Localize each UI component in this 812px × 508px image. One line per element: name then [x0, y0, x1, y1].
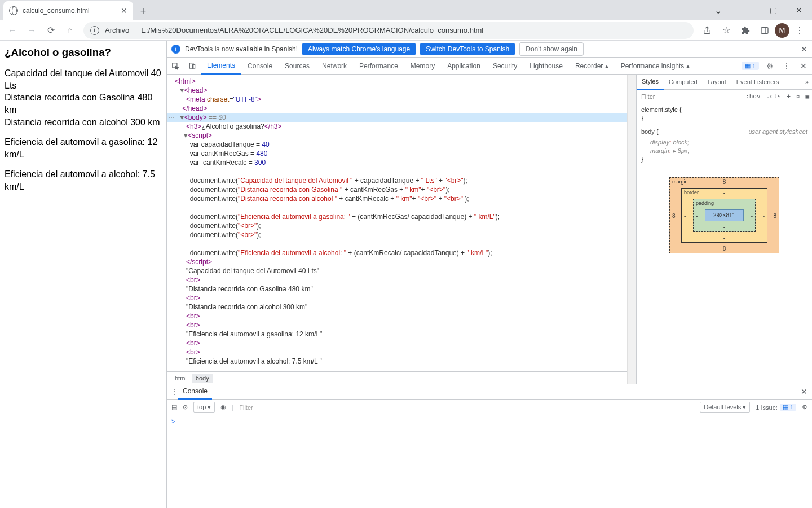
menu-icon[interactable]: ⋮ — [791, 21, 809, 40]
url-text: E:/Mis%20Documentos/ALRA%20ORACLE/LOGICA… — [141, 26, 483, 34]
extensions-icon[interactable] — [736, 21, 754, 40]
tab-title: calculo_consumo.html — [23, 7, 90, 15]
tab-console[interactable]: Console — [241, 58, 279, 75]
globe-icon — [9, 6, 18, 15]
page-line: Distancia recorrida con Gasolina 480 km — [5, 91, 162, 116]
dont-show-button[interactable]: Don't show again — [519, 42, 584, 56]
bookmark-icon[interactable]: ☆ — [717, 21, 735, 40]
browser-toolbar: ← → ⟳ ⌂ i Archivo E:/Mis%20Documentos/AL… — [0, 20, 812, 41]
close-drawer-icon[interactable]: ✕ — [801, 387, 807, 396]
toggle-icon[interactable]: ▣ — [802, 93, 812, 100]
rendered-page: ¿Alcohol o gasolina? Capacidad del tanqu… — [0, 41, 166, 508]
sidepanel-icon[interactable] — [756, 21, 774, 40]
style-rules[interactable]: element.style { } user agent stylesheet … — [637, 103, 812, 166]
tab-layout[interactable]: Layout — [703, 75, 731, 90]
more-tabs-icon[interactable]: » — [802, 78, 812, 85]
infobar-message: DevTools is now available in Spanish! — [185, 45, 298, 53]
match-language-button[interactable]: Always match Chrome's language — [302, 43, 416, 55]
console-toolbar: ▤ ⊘ top ▾ ◉ | Filter Default levels ▾ 1 … — [167, 400, 812, 415]
tab-sources[interactable]: Sources — [279, 58, 316, 75]
separator — [135, 25, 135, 36]
levels-selector[interactable]: Default levels ▾ — [700, 402, 750, 413]
tab-lighthouse[interactable]: Lighthouse — [523, 58, 569, 75]
dom-tree[interactable]: <html> ▼<head> <meta charset="UTF-8"> </… — [167, 75, 627, 371]
console-tab[interactable]: Console — [178, 384, 212, 400]
styles-tabs: Styles Computed Layout Event Listeners » — [637, 75, 812, 90]
tab-performance[interactable]: Performance — [353, 58, 404, 75]
sidebar-toggle-icon[interactable]: ▤ — [171, 404, 177, 411]
styles-filter-input[interactable] — [637, 93, 743, 100]
window-controls: ⌄ — ▢ ✕ — [705, 0, 812, 20]
share-icon[interactable] — [698, 21, 716, 40]
breadcrumbs: html body — [167, 371, 627, 384]
console-header: ⋮ Console ✕ — [167, 384, 812, 400]
inspect-icon[interactable] — [167, 62, 184, 70]
device-icon[interactable]: ▫ — [793, 93, 803, 100]
drawer-menu-icon[interactable]: ⋮ — [171, 388, 178, 396]
svg-rect-0 — [761, 27, 768, 33]
profile-avatar[interactable]: M — [775, 23, 789, 38]
url-label: Archivo — [105, 26, 129, 34]
crumb-body[interactable]: body — [192, 374, 213, 383]
console-issues[interactable]: 1 Issue:▦ 1 — [756, 404, 796, 411]
close-window-icon[interactable]: ✕ — [786, 0, 812, 20]
page-heading: ¿Alcohol o gasolina? — [5, 45, 162, 59]
tab-computed[interactable]: Computed — [664, 75, 703, 90]
styles-panel: Styles Computed Layout Event Listeners »… — [636, 75, 812, 384]
console-prompt: > — [171, 418, 175, 426]
new-tab-button[interactable]: + — [135, 3, 151, 19]
page-line: Eficiencia del automovil a gasolina: 12 … — [5, 136, 162, 160]
clear-console-icon[interactable]: ⊘ — [183, 404, 188, 411]
tab-application[interactable]: Application — [441, 58, 487, 75]
tab-elements[interactable]: Elements — [201, 58, 241, 75]
cls-toggle[interactable]: .cls — [764, 93, 784, 100]
tab-perf-insights[interactable]: Performance insights ▴ — [615, 58, 696, 75]
maximize-icon[interactable]: ▢ — [760, 0, 786, 20]
close-infobar-icon[interactable]: ✕ — [801, 45, 807, 54]
settings-icon[interactable]: ⚙ — [761, 62, 778, 71]
new-rule-icon[interactable]: + — [784, 93, 793, 100]
forward-button[interactable]: → — [23, 21, 41, 40]
close-devtools-icon[interactable]: ✕ — [795, 62, 812, 71]
issues-badge[interactable]: ▦1 — [742, 62, 759, 70]
eye-icon[interactable]: ◉ — [220, 404, 226, 411]
tab-event-listeners[interactable]: Event Listeners — [731, 75, 784, 90]
page-line: Capacidad del tanque del Automovil 40 Lt… — [5, 67, 162, 91]
switch-language-button[interactable]: Switch DevTools to Spanish — [420, 43, 515, 55]
info-icon[interactable]: i — [90, 26, 99, 35]
browser-titlebar: calculo_consumo.html ✕ + ⌄ — ▢ ✕ — [0, 0, 812, 20]
devtools-tabs: Elements Console Sources Network Perform… — [167, 58, 812, 75]
selected-node: ⋯ ▼<body> == $0 — [167, 113, 627, 122]
device-icon[interactable] — [184, 62, 201, 70]
page-line: Distancia recorrida con alcohol 300 km — [5, 116, 162, 129]
page-line: Eficiencia del automovil a alcohol: 7.5 … — [5, 168, 162, 192]
close-tab-icon[interactable]: ✕ — [121, 6, 127, 15]
tab-styles[interactable]: Styles — [637, 75, 664, 90]
console-filter[interactable]: Filter — [239, 404, 694, 411]
context-selector[interactable]: top ▾ — [193, 402, 215, 413]
chevron-down-icon[interactable]: ⌄ — [705, 0, 731, 20]
styles-filter-row: :hov .cls + ▫ ▣ — [637, 90, 812, 103]
minimize-icon[interactable]: — — [734, 0, 760, 20]
elements-panel: <html> ▼<head> <meta charset="UTF-8"> </… — [167, 75, 627, 384]
console-settings-icon[interactable]: ⚙ — [802, 404, 807, 411]
tab-network[interactable]: Network — [316, 58, 353, 75]
more-icon[interactable]: ⋮ — [778, 62, 795, 71]
address-bar[interactable]: i Archivo E:/Mis%20Documentos/ALRA%20ORA… — [83, 22, 694, 39]
back-button[interactable]: ← — [3, 21, 21, 40]
home-button[interactable]: ⌂ — [61, 21, 79, 40]
tree-scrollbar[interactable] — [627, 75, 636, 384]
console-drawer: ⋮ Console ✕ ▤ ⊘ top ▾ ◉ | Filter Default… — [167, 384, 812, 508]
crumb-html[interactable]: html — [171, 374, 190, 383]
tab-recorder[interactable]: Recorder ▴ — [569, 58, 615, 75]
devtools-infobar: i DevTools is now available in Spanish! … — [167, 41, 812, 58]
reload-button[interactable]: ⟳ — [42, 21, 60, 40]
tab-security[interactable]: Security — [487, 58, 523, 75]
info-icon: i — [171, 45, 180, 54]
box-model[interactable]: margin 8 8 8 8 border - - - - — [637, 166, 812, 265]
devtools: i DevTools is now available in Spanish! … — [166, 41, 812, 508]
console-body[interactable]: > — [167, 415, 812, 508]
hov-toggle[interactable]: :hov — [743, 93, 764, 100]
tab-memory[interactable]: Memory — [404, 58, 441, 75]
browser-tab[interactable]: calculo_consumo.html ✕ — [3, 1, 133, 20]
